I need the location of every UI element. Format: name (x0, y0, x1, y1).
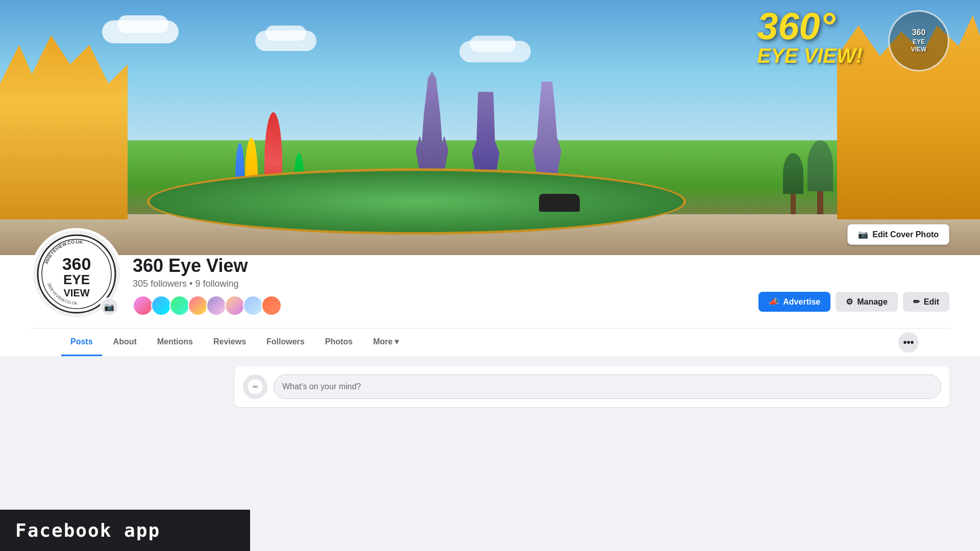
tab-photos[interactable]: Photos (316, 329, 362, 356)
facebook-app-overlay: Facebook app (0, 510, 250, 551)
followers-count: 305 followers (133, 279, 187, 289)
tab-more[interactable]: More ▾ (364, 329, 408, 356)
advertise-icon: 📣 (769, 297, 779, 307)
edit-button[interactable]: ✏ Edit (903, 292, 949, 312)
cloud-2 (117, 15, 168, 33)
follower-avatar-3 (169, 295, 190, 316)
follower-avatar-6 (225, 295, 245, 316)
tab-followers[interactable]: Followers (257, 329, 314, 356)
facebook-app-label: Facebook app (15, 520, 160, 541)
nav-more-dots-button[interactable]: ••• (898, 332, 919, 353)
cover-brand-text: 360° EYE VIEW! (757, 8, 863, 66)
profile-picture-wrapper: 360EYEVIEW.CO.UK 360 EYE VIEW 360EYEVIEW… (31, 228, 122, 320)
svg-text:360: 360 (253, 385, 258, 388)
post-placeholder: What's on your mind? (282, 382, 361, 391)
post-input-row: 360 What's on your mind? (243, 374, 941, 399)
manage-button[interactable]: ⚙ Manage (836, 292, 898, 312)
manage-label: Manage (857, 297, 888, 307)
post-box: 360 What's on your mind? (235, 366, 949, 407)
edit-pencil-icon: ✏ (913, 297, 920, 307)
follower-avatar-4 (188, 295, 208, 316)
svg-text:360: 360 (62, 254, 91, 273)
edit-cover-label: Edit Cover Photo (872, 230, 939, 239)
tab-mentions[interactable]: Mentions (148, 329, 202, 356)
cover-photo: 360° EYE VIEW! 360 EYE VIEW 📷 Edit Cover… (0, 0, 980, 255)
cover-watermark-logo: 360 EYE VIEW (888, 10, 949, 71)
follower-avatar-2 (151, 295, 172, 316)
tree-2 (807, 140, 833, 214)
svg-text:VIEW: VIEW (63, 287, 89, 298)
advertise-button[interactable]: 📣 Advertise (758, 292, 830, 312)
more-label: More (373, 337, 393, 346)
follower-avatar-8 (261, 295, 282, 316)
follower-avatars (133, 295, 748, 316)
post-avatar: 360 (243, 374, 267, 399)
followers-info: 305 followers • 9 following (133, 279, 748, 289)
svg-text:EYE: EYE (63, 272, 90, 287)
profile-photo-edit-button[interactable]: 📷 (100, 297, 118, 316)
camera-icon: 📷 (858, 230, 868, 239)
cloud-6 (470, 36, 516, 52)
chevron-down-icon: ▾ (395, 337, 399, 346)
follower-avatar-7 (243, 295, 263, 316)
follower-avatar-1 (133, 295, 153, 316)
profile-text: 360 Eye View 305 followers • 9 following (133, 255, 748, 320)
tab-reviews[interactable]: Reviews (204, 329, 255, 356)
left-sidebar (31, 366, 225, 407)
tree-1 (783, 153, 803, 214)
separator: • (189, 279, 195, 289)
profile-actions: 📣 Advertise ⚙ Manage ✏ Edit (758, 292, 949, 320)
profile-section: 360EYEVIEW.CO.UK 360 EYE VIEW 360EYEVIEW… (0, 255, 980, 356)
following-count: 9 following (195, 279, 238, 289)
post-input[interactable]: What's on your mind? (274, 374, 941, 399)
nav-tabs: Posts About Mentions Reviews Followers P… (31, 328, 949, 356)
roundabout (147, 168, 686, 235)
dots-icon: ••• (903, 337, 914, 348)
page-name: 360 Eye View (133, 255, 748, 277)
vehicle (539, 194, 580, 212)
manage-icon: ⚙ (846, 297, 853, 307)
follower-avatar-5 (206, 295, 227, 316)
tab-about[interactable]: About (104, 329, 146, 356)
profile-info: 360EYEVIEW.CO.UK 360 EYE VIEW 360EYEVIEW… (31, 255, 949, 328)
edit-cover-button[interactable]: 📷 Edit Cover Photo (847, 224, 949, 245)
right-content: 360 What's on your mind? (235, 366, 949, 407)
tab-posts[interactable]: Posts (61, 329, 102, 356)
camera-edit-icon: 📷 (104, 302, 114, 312)
edit-label: Edit (924, 297, 939, 307)
cloud-4 (265, 26, 306, 41)
advertise-label: Advertise (783, 297, 820, 307)
main-content: 360 What's on your mind? (0, 356, 980, 417)
